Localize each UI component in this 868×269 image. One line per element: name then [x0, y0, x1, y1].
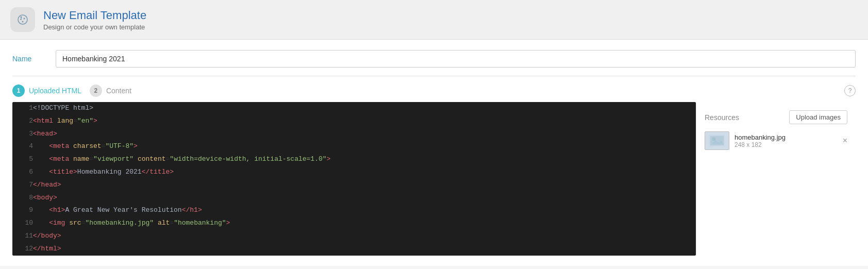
code-line: 7 </head>: [12, 179, 696, 192]
code-line: 9 <h1>A Great New Year's Resolution</h1>: [12, 204, 696, 217]
line-number: 6: [12, 166, 33, 179]
resource-info: homebanking.jpg 248 x 182: [735, 133, 838, 148]
svg-point-6: [712, 137, 716, 141]
editor-area: 1 <!DOCTYPE html> 2 <html lang="en"> 3 <…: [12, 102, 856, 256]
code-table: 1 <!DOCTYPE html> 2 <html lang="en"> 3 <…: [12, 102, 696, 256]
tab-uploaded-html[interactable]: 1 Uploaded HTML: [12, 85, 81, 97]
page-subtitle: Design or code your own template: [43, 23, 146, 31]
resource-size: 248 x 182: [735, 141, 838, 148]
code-line: 8 <body>: [12, 192, 696, 205]
section-divider: [12, 76, 856, 76]
resources-title: Resources: [705, 113, 739, 122]
resource-name: homebanking.jpg: [735, 133, 838, 141]
line-number: 5: [12, 153, 33, 166]
svg-point-2: [24, 18, 25, 20]
tab-label-content: Content: [106, 87, 131, 95]
page-title: New Email Template: [43, 9, 146, 22]
line-number: 3: [12, 128, 33, 141]
line-content: </body>: [33, 230, 696, 243]
svg-point-3: [22, 21, 24, 23]
line-content: </html>: [33, 243, 696, 256]
header-text: New Email Template Design or code your o…: [43, 9, 146, 31]
page-header: New Email Template Design or code your o…: [0, 0, 868, 40]
line-number: 12: [12, 243, 33, 256]
line-content: <html lang="en">: [33, 115, 696, 128]
resource-thumbnail: [705, 131, 729, 150]
line-number: 4: [12, 140, 33, 153]
code-editor[interactable]: 1 <!DOCTYPE html> 2 <html lang="en"> 3 <…: [12, 102, 696, 256]
resources-header: Resources Upload images: [705, 110, 847, 124]
code-line: 6 <title>Homebanking 2021</title>: [12, 166, 696, 179]
line-number: 7: [12, 179, 33, 192]
tab-label-uploaded-html: Uploaded HTML: [29, 87, 81, 95]
header-icon: [10, 7, 35, 32]
line-content: </head>: [33, 179, 696, 192]
line-content: <!DOCTYPE html>: [33, 102, 696, 115]
line-content: <h1>A Great New Year's Resolution</h1>: [33, 204, 696, 217]
name-row: Name: [12, 50, 856, 68]
code-line: 1 <!DOCTYPE html>: [12, 102, 696, 115]
code-line: 11 </body>: [12, 230, 696, 243]
line-number: 1: [12, 102, 33, 115]
code-line: 3 <head>: [12, 128, 696, 141]
upload-images-button[interactable]: Upload images: [789, 110, 847, 124]
line-number: 8: [12, 192, 33, 205]
code-line: 2 <html lang="en">: [12, 115, 696, 128]
code-line: 5 <meta name="viewport" content="width=d…: [12, 153, 696, 166]
tab-badge-2: 2: [90, 85, 102, 97]
svg-point-1: [21, 16, 22, 18]
resource-close-button[interactable]: ×: [843, 137, 847, 145]
line-content: <title>Homebanking 2021</title>: [33, 166, 696, 179]
resource-item: homebanking.jpg 248 x 182 ×: [705, 131, 847, 150]
line-content: <head>: [33, 128, 696, 141]
help-icon[interactable]: ?: [844, 85, 856, 96]
line-number: 9: [12, 204, 33, 217]
line-number: 11: [12, 230, 33, 243]
name-input[interactable]: [56, 50, 856, 68]
code-line: 4 <meta charset="UTF-8">: [12, 140, 696, 153]
line-content: <body>: [33, 192, 696, 205]
line-number: 10: [12, 217, 33, 230]
resources-panel: Resources Upload images homebanking.jpg …: [696, 102, 856, 256]
template-icon: [16, 13, 29, 26]
code-line: 10 <img src="homebanking.jpg" alt="homeb…: [12, 217, 696, 230]
line-content: <meta name="viewport" content="width=dev…: [33, 153, 696, 166]
line-content: <img src="homebanking.jpg" alt="homebank…: [33, 217, 696, 230]
code-line: 12 </html>: [12, 243, 696, 256]
tab-content[interactable]: 2 Content: [90, 85, 131, 97]
line-content: <meta charset="UTF-8">: [33, 140, 696, 153]
resource-thumb-icon: [709, 134, 725, 147]
name-label: Name: [12, 55, 43, 63]
line-number: 2: [12, 115, 33, 128]
tab-badge-1: 1: [12, 85, 25, 97]
svg-point-0: [18, 15, 27, 24]
main-content: Name 1 Uploaded HTML 2 Content ? 1 <!DOC…: [0, 40, 868, 266]
tabs-row: 1 Uploaded HTML 2 Content ?: [12, 85, 856, 97]
